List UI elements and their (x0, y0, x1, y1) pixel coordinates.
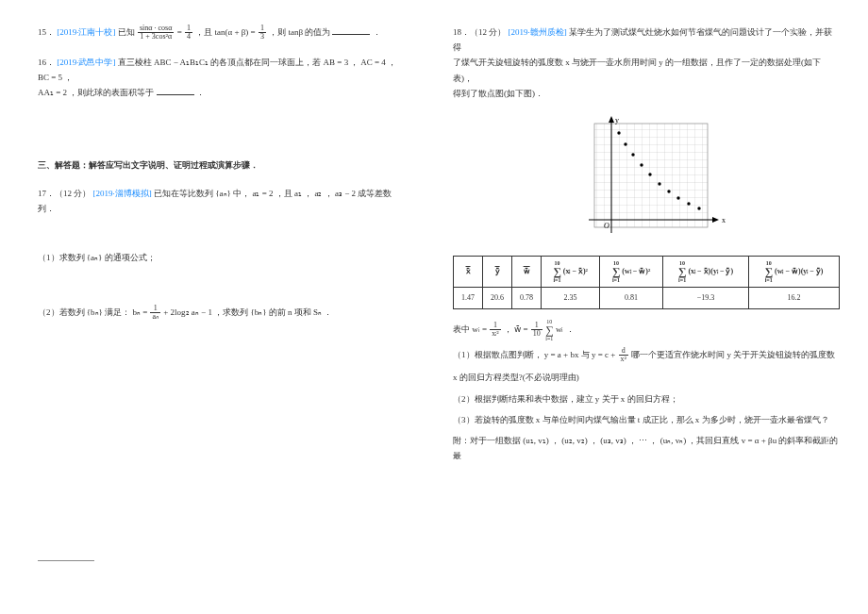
th-sum-w2: 10 ∑ i=1 (wᵢ − w̄)² (600, 256, 663, 287)
q17-fraction: 1 aₙ (150, 305, 160, 322)
th-wbar: w̄ (512, 256, 542, 287)
svg-text:O: O (604, 222, 609, 230)
q15-mid: ，且 tan(α + β) = (195, 27, 258, 37)
q16-blank (157, 87, 194, 95)
q15-one-third: 1 3 (259, 25, 266, 41)
table-header-row: x̄ ȳ w̄ 10 ∑ i=1 (xᵢ − x̄)² 10 ∑ i=1 (454, 256, 840, 287)
q15-end: ． (373, 27, 381, 37)
svg-point-9 (640, 163, 643, 166)
svg-point-11 (658, 182, 660, 185)
q15-text-a: 已知 (118, 27, 137, 37)
svg-point-7 (624, 142, 626, 145)
q18-b: 了煤气开关旋钮旋转的弧度数 x 与烧开一壶水所用时间 y 的一组数据，且作了一定… (453, 55, 840, 85)
scatter-plot: x y O (566, 114, 726, 246)
left-column: 15． [2019·江南十校] 已知 sinα · cosα 1 + 3cos²… (0, 0, 434, 614)
q18-appendix: 附：对于一组数据 (u₁, v₁) ， (u₂, v₂) ， (u₃, v₃) … (453, 433, 840, 463)
q15-fraction-lhs: sinα · cosα 1 + 3cos²α (138, 25, 174, 41)
q17-text-a: 已知在等比数列 {aₙ} 中， a₁ = 2 ，且 a₁ ， a₂ ， a₃ −… (38, 189, 392, 213)
note-frac1: 1 xᵢ² (490, 322, 500, 339)
scatter-svg: x y O (566, 114, 726, 246)
th-sum-x2: 10 ∑ i=1 (xᵢ − x̄)² (542, 256, 600, 287)
th-sum-xy: 10 ∑ i=1 (xᵢ − x̄)(yᵢ − ȳ) (663, 256, 749, 287)
svg-point-8 (631, 153, 634, 156)
q15-eq: = (177, 27, 184, 37)
th-sum-wy: 10 ∑ i=1 (wᵢ − w̄)(yᵢ − ȳ) (748, 256, 839, 287)
svg-point-12 (667, 190, 670, 192)
q15-blank (332, 26, 370, 35)
q17-p2a: （2）若数列 {bₙ} 满足： bₙ = (38, 307, 149, 317)
question-17: 17．（12 分） [2019·淄博模拟] 已知在等比数列 {aₙ} 中， a₁… (38, 186, 406, 323)
right-column: 18．（12 分） [2019·赣州质检] 某学生为了测试煤气灶烧水如何节省煤气… (434, 0, 868, 614)
th-xbar: x̄ (454, 256, 483, 287)
q17-part2: （2）若数列 {bₙ} 满足： bₙ = 1 aₙ + 2log₂ aₙ − 1… (38, 305, 406, 322)
q15-number: 15． (38, 27, 55, 37)
q18-part3: （3）若旋转的弧度数 x 与单位时间内煤气输出量 t 成正比，那么 x 为多少时… (453, 412, 840, 427)
q18-part2: （2）根据判断结果和表中数据，建立 y 关于 x 的回归方程； (453, 391, 840, 407)
axis-x-label: x (722, 216, 726, 224)
q18-c: 得到了散点图(如下图)． (453, 86, 840, 101)
table-data-row: 1.47 20.6 0.78 2.35 0.81 −19.3 16.2 (454, 287, 840, 308)
q15-source: [2019·江南十校] (57, 27, 115, 37)
q18-source: [2019·赣州质检] (509, 27, 567, 37)
q16-text-b: AA₁ = 2 ，则此球的表面积等于 (38, 88, 154, 97)
q18-number: 18．（12 分） (453, 27, 506, 37)
svg-marker-2 (609, 116, 614, 123)
td-5: −19.3 (663, 287, 749, 308)
td-0: 1.47 (454, 287, 483, 308)
svg-point-6 (617, 131, 620, 134)
td-1: 20.6 (483, 287, 512, 308)
note-frac2: 1 10 (531, 322, 542, 339)
note-a: 表中 wᵢ = (453, 324, 489, 334)
td-4: 0.81 (600, 287, 663, 308)
td-2: 0.78 (512, 287, 542, 308)
q16-end: ． (196, 88, 205, 97)
q18-note: 表中 wᵢ = 1 xᵢ² ， w̄ = 1 10 10 ∑ i=1 wᵢ ． (453, 319, 840, 341)
q16-source: [2019·武邑中学] (57, 58, 115, 67)
th-ybar: ȳ (483, 256, 512, 287)
data-table: x̄ ȳ w̄ 10 ∑ i=1 (xᵢ − x̄)² 10 ∑ i=1 (453, 256, 840, 309)
q18-part1: （1）根据散点图判断， y = a + bx 与 y = c + d x² 哪一… (453, 347, 840, 364)
question-18: 18．（12 分） [2019·赣州质检] 某学生为了测试煤气灶烧水如何节省煤气… (453, 25, 840, 101)
svg-point-13 (676, 196, 679, 199)
q17-part1: （1）求数列 {aₙ} 的通项公式； (38, 250, 406, 265)
svg-marker-4 (712, 217, 719, 223)
note-sum: 10 ∑ i=1 (545, 319, 554, 341)
td-3: 2.35 (542, 287, 600, 308)
q18-p1-frac: d x² (619, 347, 628, 364)
question-16: 16． [2019·武邑中学] 直三棱柱 ABC − A₁B₁C₁ 的各顶点都在… (38, 55, 406, 101)
svg-point-10 (648, 173, 651, 175)
q17-number: 17．（12 分） (38, 189, 91, 198)
page: 15． [2019·江南十校] 已知 sinα · cosα 1 + 3cos²… (0, 0, 868, 614)
svg-point-14 (687, 202, 690, 205)
axis-y-label: y (615, 116, 619, 124)
question-15: 15． [2019·江南十校] 已知 sinα · cosα 1 + 3cos²… (38, 25, 406, 41)
q15-one-quarter: 1 4 (185, 25, 192, 41)
td-6: 16.2 (748, 287, 839, 308)
section-heading: 三、解答题：解答应写出文字说明、证明过程或演算步骤． (38, 158, 406, 173)
svg-point-15 (697, 207, 700, 209)
note-b: wᵢ ． (556, 324, 575, 334)
q17-p2b: + 2log₂ aₙ − 1 ，求数列 {bₙ} 的前 n 项和 Sₙ ． (163, 307, 332, 317)
q15-tail: ，则 tanβ 的值为 (269, 27, 330, 37)
q18-part1b: x 的回归方程类型?(不必说明理由) (453, 370, 840, 385)
page-rule-left (38, 560, 94, 561)
q16-number: 16． (38, 58, 55, 67)
note-mid: ， w̄ = (504, 324, 530, 334)
q17-source: [2019·淄博模拟] (93, 189, 152, 198)
